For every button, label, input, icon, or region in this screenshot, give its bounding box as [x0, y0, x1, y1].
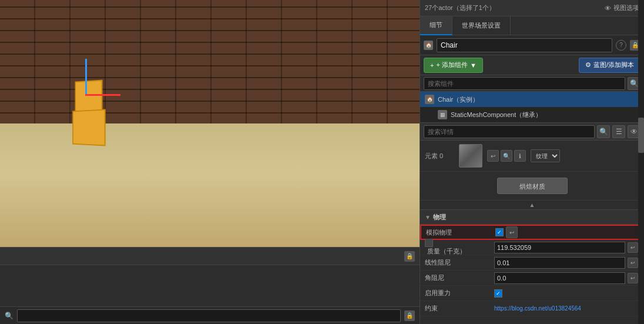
mass-row: 质量（千克） ↩	[420, 240, 644, 255]
search-components-row: 🔍	[420, 75, 644, 92]
element-label: 元素 0	[425, 152, 454, 161]
actor-count-label: 27个actor（选择了1个）	[425, 4, 495, 12]
chair-object[interactable]	[59, 86, 118, 157]
blueprint-button[interactable]: ⚙ 蓝图/添加脚本	[579, 58, 640, 73]
simulate-physics-reset-btn[interactable]: ↩	[506, 226, 518, 238]
tabs-row: 细节 世界场景设置	[420, 16, 644, 35]
physics-arrow-icon: ▼	[425, 214, 431, 221]
right-panel: 27个actor（选择了1个） 👁 视图选项 细节 世界场景设置 🏠 ? 🔒	[420, 0, 644, 324]
mass-label: 质量（千克）	[420, 239, 491, 256]
constraint-row: 约束 https://blog.csdn.net/u013824564	[420, 301, 644, 316]
linear-damping-label: 线性阻尼	[420, 258, 491, 267]
bake-row: 烘焙材质	[420, 172, 644, 201]
collapse-arrow[interactable]: ▲	[420, 201, 644, 209]
x-axis-arrow	[85, 94, 120, 96]
viewport-search-input[interactable]	[17, 309, 401, 322]
simulate-physics-row: 模拟物理 ↩	[420, 225, 644, 240]
simulate-physics-checkbox[interactable]	[495, 228, 504, 236]
add-component-button[interactable]: + + 添加组件 ▼	[424, 58, 483, 73]
scrollbar-thumb[interactable]	[638, 118, 644, 153]
viewport-bottom-bar: 🔒 🔍 🔒	[0, 247, 420, 324]
tab-details[interactable]: 细节	[420, 16, 452, 35]
simulate-physics-label: 模拟物理	[421, 228, 492, 237]
mass-input[interactable]	[494, 242, 625, 253]
bake-label: 烘焙材质	[519, 183, 545, 190]
viewport-lock-icon[interactable]: 🔒	[404, 310, 415, 321]
panel-header: 27个actor（选择了1个） 👁 视图选项	[420, 0, 644, 16]
search-icon: 🔍	[5, 312, 14, 320]
blueprint-label: 蓝图/添加脚本	[593, 61, 634, 69]
material-actions: ↩ 🔍 ℹ	[487, 150, 526, 162]
material-search-btn[interactable]: 🔍	[501, 150, 512, 162]
action-buttons-row: + + 添加组件 ▼ ⚙ 蓝图/添加脚本	[420, 55, 644, 75]
main-container: 🔒 🔍 🔒 27个actor（选择了1个） 👁 视图选项 细节 世界场	[0, 0, 644, 324]
component-tree: 🏠 Chair（实例） ▦ StaticMeshComponent（继承）	[420, 92, 644, 123]
add-component-arrow: ▼	[470, 62, 477, 69]
static-mesh-label: StaticMeshComponent（继承）	[451, 111, 542, 119]
details-search-icon[interactable]: 🔍	[597, 125, 610, 138]
viewport-toolbar: 🔒	[0, 248, 420, 265]
gravity-row: 启用重力	[420, 286, 644, 301]
angular-damping-row: 角阻尼 ↩	[420, 270, 644, 286]
linear-damping-row: 线性阻尼 ↩	[420, 255, 644, 270]
physics-section-title: 物理	[433, 213, 446, 222]
material-info-btn[interactable]: ℹ	[514, 150, 526, 162]
constraint-link[interactable]: https://blog.csdn.net/u013824564	[494, 305, 581, 312]
details-grid-icon[interactable]: ☰	[612, 125, 625, 138]
mass-checkbox[interactable]	[425, 239, 433, 247]
actor-icon: 🏠	[424, 41, 433, 50]
simulate-physics-value: ↩	[492, 226, 643, 238]
eye-icon: 👁	[605, 5, 611, 12]
details-search-input[interactable]	[424, 125, 595, 138]
material-reset-btn[interactable]: ↩	[487, 150, 499, 162]
actor-name-row: 🏠 ? 🔒	[420, 35, 644, 55]
gravity-checkbox[interactable]	[494, 289, 502, 298]
mass-value: ↩	[491, 242, 644, 253]
tab-world-settings[interactable]: 世界场景设置	[452, 16, 511, 35]
linear-damping-input[interactable]	[494, 257, 625, 269]
gravity-value	[491, 289, 644, 298]
linear-damping-value: ↩	[491, 257, 644, 269]
tree-item-chair-root[interactable]: 🏠 Chair（实例）	[420, 92, 644, 107]
constraint-label: 约束	[420, 304, 491, 313]
chair-root-label: Chair（实例）	[438, 95, 479, 104]
material-thumbnail[interactable]	[459, 144, 482, 168]
actor-name-input[interactable]	[437, 38, 612, 52]
texture-dropdown[interactable]: 纹理	[531, 149, 560, 162]
y-axis-arrow	[85, 59, 87, 94]
bake-material-button[interactable]: 烘焙材质	[497, 178, 568, 194]
vertical-scrollbar[interactable]	[638, 0, 644, 324]
view-options-label: 视图选项	[613, 4, 639, 12]
tab-world-settings-label: 世界场景设置	[462, 21, 501, 30]
search-components-input[interactable]	[424, 77, 625, 90]
question-mark: ?	[619, 42, 623, 48]
view-options-btn[interactable]: 👁 视图选项	[605, 4, 639, 12]
plus-icon: +	[430, 62, 434, 69]
details-section: 元素 0 ↩ 🔍 ℹ 纹理 烘焙材质 ▲	[420, 141, 644, 324]
scene-view[interactable]	[0, 0, 420, 247]
constraint-value: https://blog.csdn.net/u013824564	[491, 305, 644, 312]
angular-damping-reset-btn[interactable]: ↩	[628, 273, 638, 283]
gravity-label: 启用重力	[420, 289, 491, 298]
lock-icon[interactable]: 🔒	[404, 251, 415, 262]
angular-damping-label: 角阻尼	[420, 273, 491, 282]
tab-details-label: 细节	[430, 21, 442, 29]
chair-root-icon: 🏠	[425, 95, 434, 104]
physics-section-header[interactable]: ▼ 物理	[420, 209, 644, 225]
add-component-label: + 添加组件	[436, 61, 467, 69]
static-mesh-icon: ▦	[438, 110, 447, 119]
tree-item-static-mesh[interactable]: ▦ StaticMeshComponent（继承）	[420, 107, 644, 122]
angular-damping-input[interactable]	[494, 272, 625, 284]
viewport: 🔒 🔍 🔒	[0, 0, 420, 324]
blueprint-icon: ⚙	[585, 61, 591, 69]
viewport-search-bar: 🔍 🔒	[0, 306, 420, 324]
help-icon[interactable]: ?	[616, 40, 626, 51]
angular-damping-value: ↩	[491, 272, 644, 284]
mass-reset-btn[interactable]: ↩	[628, 242, 638, 253]
linear-damping-reset-btn[interactable]: ↩	[628, 258, 638, 268]
chair-seat	[72, 109, 106, 146]
details-toolbar: 🔍 ☰ 👁	[420, 123, 644, 141]
material-row: 元素 0 ↩ 🔍 ℹ 纹理	[420, 141, 644, 172]
